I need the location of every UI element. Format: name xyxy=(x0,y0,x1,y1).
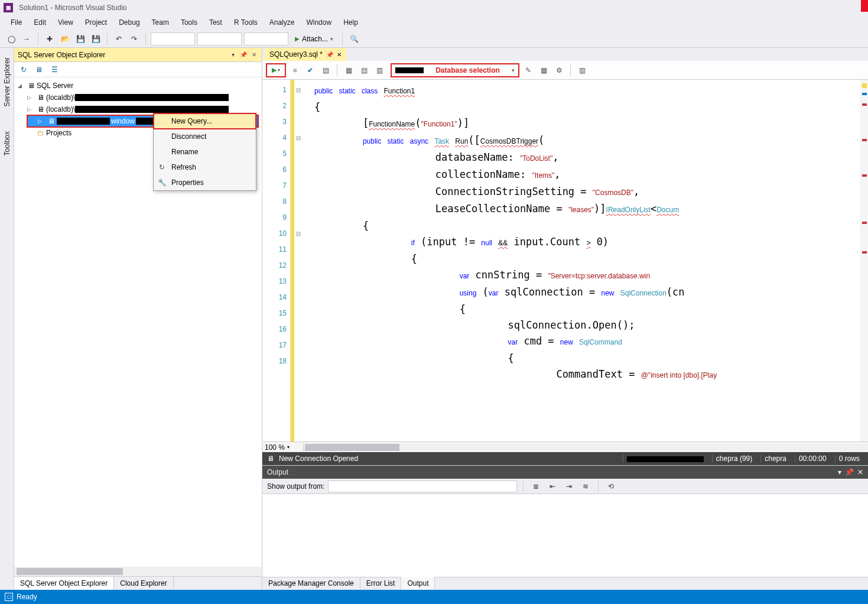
menu-team[interactable]: Team xyxy=(146,16,175,29)
window-edge xyxy=(861,0,868,12)
output-wrap-button[interactable]: ≋ xyxy=(579,480,592,493)
output-body[interactable] xyxy=(262,494,868,577)
save-all-button[interactable]: 💾 xyxy=(89,33,102,46)
pin-icon[interactable]: 📌 xyxy=(326,51,333,58)
redacted-text xyxy=(57,118,110,125)
platform-combo[interactable] xyxy=(197,33,242,46)
menu-r-tools[interactable]: R Tools xyxy=(228,16,264,29)
save-button[interactable]: 💾 xyxy=(74,33,87,46)
menu-analyze[interactable]: Analyze xyxy=(264,16,301,29)
tab-cloud-explorer[interactable]: Cloud Explorer xyxy=(114,577,173,590)
pin-icon[interactable]: 📌 xyxy=(845,468,854,476)
menu-tools[interactable]: Tools xyxy=(175,16,203,29)
tree-root[interactable]: ◢ 🖥 SQL Server xyxy=(14,80,262,92)
toolbox-tab[interactable]: Toolbox xyxy=(2,128,12,159)
output-indent-button[interactable]: ⇤ xyxy=(546,480,559,493)
tab-package-manager-console[interactable]: Package Manager Console xyxy=(262,577,360,590)
feedback-icon[interactable]: ☐ xyxy=(5,593,13,601)
context-new-query---[interactable]: New Query... xyxy=(154,113,256,129)
document-tab[interactable]: SQLQuery3.sql * 📌 ✕ xyxy=(265,48,346,61)
tree-root-label: SQL Server xyxy=(37,82,73,90)
find-button[interactable]: 🔍 xyxy=(347,33,360,46)
parse-button[interactable]: ✔ xyxy=(304,64,317,77)
toolbar-button[interactable]: ▥ xyxy=(576,64,589,77)
new-item-button[interactable]: ✚ xyxy=(43,33,56,46)
server-explorer-tab[interactable]: Server Explorer xyxy=(2,54,12,110)
node-middle: window xyxy=(111,117,135,125)
context-disconnect[interactable]: Disconnect xyxy=(154,129,256,144)
db-select-label: Database selection xyxy=(435,66,500,74)
add-server-icon[interactable]: 🖥 xyxy=(33,64,45,76)
menu-help[interactable]: Help xyxy=(337,16,364,29)
results-file-button[interactable]: ▥ xyxy=(373,64,386,77)
output-source-combo[interactable] xyxy=(328,480,517,492)
dropdown-icon[interactable]: ▾ xyxy=(838,468,841,476)
expand-icon[interactable]: ▷ xyxy=(27,106,35,112)
pin-icon[interactable]: 📌 xyxy=(239,51,248,59)
toolbar-button[interactable]: ✎ xyxy=(522,64,535,77)
menu-file[interactable]: File xyxy=(5,16,28,29)
expand-icon[interactable]: ▷ xyxy=(27,95,35,100)
undo-button[interactable]: ↶ xyxy=(112,33,125,46)
config-combo[interactable] xyxy=(151,33,195,46)
target-combo[interactable] xyxy=(244,33,288,46)
results-text-button[interactable]: ▤ xyxy=(357,64,370,77)
context-menu: New Query...DisconnectRename↻Refresh🔧Pro… xyxy=(153,113,256,191)
tree-node[interactable]: ▷ 🖥 (localdb)\ xyxy=(14,92,262,103)
expand-icon[interactable]: ▷ xyxy=(38,118,46,124)
editor-hscroll[interactable] xyxy=(304,444,868,451)
context-properties[interactable]: 🔧Properties xyxy=(154,175,256,190)
plan-button[interactable]: ▤ xyxy=(319,64,332,77)
menu-view[interactable]: View xyxy=(52,16,79,29)
nav-back-button[interactable]: ◯ xyxy=(5,33,18,46)
chevron-down-icon: ▾ xyxy=(278,67,280,73)
open-button[interactable]: 📂 xyxy=(58,33,71,46)
close-icon[interactable]: ✕ xyxy=(337,51,342,58)
menu-window[interactable]: Window xyxy=(300,16,337,29)
menu-project[interactable]: Project xyxy=(79,16,113,29)
zoom-combo[interactable]: 100 %▾ xyxy=(262,443,304,452)
results-grid-button[interactable]: ▦ xyxy=(342,64,355,77)
tab-error-list[interactable]: Error List xyxy=(360,577,402,590)
output-toggle-button[interactable]: ⟲ xyxy=(604,480,617,493)
dropdown-icon[interactable]: ▾ xyxy=(229,51,237,59)
nav-fwd-button[interactable]: → xyxy=(20,33,33,46)
context-rename[interactable]: Rename xyxy=(154,144,256,160)
stop-button[interactable]: ■ xyxy=(288,64,301,77)
redo-button[interactable]: ↷ xyxy=(128,33,141,46)
refresh-icon[interactable]: ↻ xyxy=(18,64,30,76)
collapse-icon[interactable]: ◢ xyxy=(18,83,26,89)
code-content[interactable]: public static class Function1 { [Functio… xyxy=(303,80,860,441)
output-title: Output xyxy=(267,468,288,476)
document-tabs: SQLQuery3.sql * 📌 ✕ xyxy=(262,48,868,61)
line-numbers: 123456789101112131415161718 xyxy=(262,80,291,441)
group-icon[interactable]: ☰ xyxy=(48,64,60,76)
close-icon[interactable]: ✕ xyxy=(250,51,258,59)
output-outdent-button[interactable]: ⇥ xyxy=(563,480,576,493)
tab-sql-explorer[interactable]: SQL Server Object Explorer xyxy=(14,577,114,590)
explorer-hscroll[interactable] xyxy=(14,567,262,576)
tab-output[interactable]: Output xyxy=(401,577,435,590)
toolbar-button[interactable]: ▦ xyxy=(537,64,550,77)
explorer-title: SQL Server Object Explorer xyxy=(18,51,105,59)
close-icon[interactable]: ✕ xyxy=(857,468,863,476)
menu-bar: FileEditViewProjectDebugTeamToolsTestR T… xyxy=(0,15,868,30)
menu-test[interactable]: Test xyxy=(203,16,228,29)
chevron-down-icon: ▾ xyxy=(512,67,515,73)
attach-button[interactable]: ▶ Attach... ▾ xyxy=(291,33,337,46)
menu-debug[interactable]: Debug xyxy=(113,16,145,29)
window-title: Solution1 - Microsoft Visual Studio xyxy=(19,4,127,12)
menu-edit[interactable]: Edit xyxy=(28,16,52,29)
toolbar-button[interactable]: ⚙ xyxy=(552,64,565,77)
code-editor[interactable]: 123456789101112131415161718 ⊟⊟⊟ public s… xyxy=(262,80,868,441)
explorer-tree[interactable]: ◢ 🖥 SQL Server ▷ 🖥 (localdb)\ ▷ 🖥 (local… xyxy=(14,77,262,567)
output-clear-button[interactable]: ≣ xyxy=(529,480,542,493)
sql-object-explorer-panel: SQL Server Object Explorer ▾ 📌 ✕ ↻ 🖥 ☰ ◢… xyxy=(14,48,262,590)
database-selection-combo[interactable]: Database selection ▾ xyxy=(391,63,519,77)
context-refresh[interactable]: ↻Refresh xyxy=(154,160,256,175)
overview-ruler[interactable] xyxy=(860,80,868,441)
conn-db: chepra xyxy=(760,454,790,463)
execute-button[interactable]: ▶ ▾ xyxy=(266,63,286,77)
explorer-header: SQL Server Object Explorer ▾ 📌 ✕ xyxy=(14,48,262,62)
fold-column[interactable]: ⊟⊟⊟ xyxy=(294,80,303,441)
